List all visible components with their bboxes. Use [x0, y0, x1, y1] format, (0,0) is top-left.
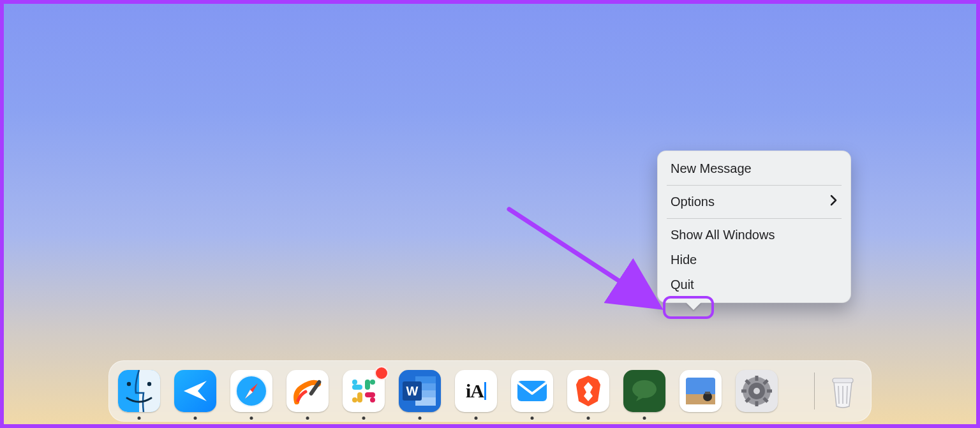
- running-indicator: [306, 417, 309, 420]
- menu-item-label: New Message: [671, 161, 752, 176]
- running-indicator: [587, 417, 590, 420]
- svg-point-14: [352, 397, 357, 402]
- dock-app-safari[interactable]: [230, 370, 272, 412]
- svg-rect-23: [517, 381, 547, 401]
- svg-rect-9: [352, 385, 362, 390]
- mail-icon: [511, 370, 553, 412]
- settings-icon: [736, 370, 778, 412]
- svg-point-12: [370, 380, 375, 385]
- dock-app-brave[interactable]: [567, 370, 609, 412]
- dock-context-menu: New Message Options Show All Windows Hid…: [657, 151, 851, 303]
- brave-icon: [567, 370, 609, 412]
- svg-rect-28: [705, 392, 710, 394]
- menu-item-options[interactable]: Options: [658, 189, 850, 214]
- word-icon: W: [399, 370, 441, 412]
- menu-separator: [667, 185, 842, 186]
- menu-item-show-all-windows[interactable]: Show All Windows: [658, 223, 850, 247]
- dock-app-photos[interactable]: [679, 370, 722, 412]
- dock-apps: W iA: [118, 370, 805, 412]
- svg-rect-8: [365, 380, 370, 390]
- menu-item-hide[interactable]: Hide: [658, 247, 850, 272]
- menu-item-label: Show All Windows: [671, 228, 775, 242]
- dock-app-word[interactable]: W: [399, 370, 441, 412]
- running-indicator: [475, 417, 478, 420]
- dock-app-spark[interactable]: [174, 370, 216, 412]
- dock-app-finder[interactable]: [118, 370, 160, 412]
- svg-rect-11: [365, 392, 375, 397]
- svg-point-3: [127, 382, 131, 386]
- freeform-icon: [286, 370, 329, 412]
- running-indicator: [138, 417, 141, 420]
- desktop: New Message Options Show All Windows Hid…: [0, 0, 980, 428]
- menu-item-quit[interactable]: Quit: [658, 272, 850, 297]
- svg-point-15: [370, 397, 375, 402]
- ia-writer-icon: iA: [455, 370, 497, 412]
- running-indicator: [362, 417, 366, 420]
- menu-item-label: Quit: [671, 277, 694, 292]
- dock: W iA: [108, 360, 872, 422]
- messages-icon: [623, 370, 665, 412]
- menu-item-label: Options: [671, 195, 715, 209]
- running-indicator: [419, 417, 422, 420]
- notification-badge: [375, 366, 389, 380]
- svg-line-41: [838, 386, 839, 404]
- svg-point-4: [147, 382, 151, 386]
- menu-item-label: Hide: [671, 253, 697, 267]
- finder-icon: [118, 370, 160, 412]
- spark-icon: [174, 370, 216, 412]
- dock-trash[interactable]: [824, 370, 862, 412]
- running-indicator: [531, 417, 534, 420]
- running-indicator: [194, 417, 197, 420]
- dock-separator: [814, 373, 815, 410]
- svg-line-0: [509, 209, 656, 305]
- dock-app-settings[interactable]: [736, 370, 778, 412]
- chevron-right-icon: [830, 195, 838, 209]
- trash-icon: [824, 370, 862, 412]
- dock-app-mail[interactable]: [511, 370, 553, 412]
- menu-separator: [667, 218, 842, 219]
- svg-point-13: [352, 380, 357, 385]
- dock-app-ia-writer[interactable]: iA: [455, 370, 497, 412]
- svg-rect-10: [357, 392, 362, 402]
- svg-text:W: W: [406, 384, 419, 398]
- photos-icon: [679, 370, 722, 412]
- safari-icon: [230, 370, 272, 412]
- dock-app-slack[interactable]: [343, 370, 385, 412]
- svg-rect-40: [833, 378, 853, 383]
- svg-line-43: [847, 386, 847, 404]
- dock-app-freeform[interactable]: [286, 370, 329, 412]
- svg-point-39: [754, 388, 760, 394]
- running-indicator: [250, 417, 253, 420]
- running-indicator: [643, 417, 646, 420]
- dock-app-messages[interactable]: [623, 370, 665, 412]
- menu-item-new-message[interactable]: New Message: [658, 156, 850, 181]
- svg-point-24: [632, 380, 657, 398]
